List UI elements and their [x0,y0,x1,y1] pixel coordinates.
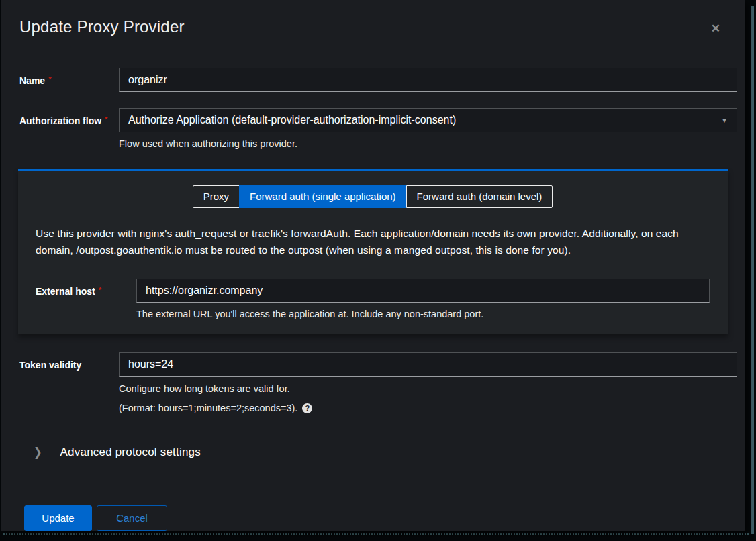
name-label: Name* [19,68,119,86]
tab-proxy[interactable]: Proxy [193,185,240,208]
token-validity-help: Configure how long tokens are valid for. [119,383,737,396]
page-edge-right [751,6,754,534]
authorization-flow-help: Flow used when authorizing this provider… [119,138,737,151]
help-icon[interactable]: ? [302,403,312,413]
proxy-mode-tab-group: Proxy Forward auth (single application) … [36,185,710,208]
tab-forward-auth-single-application[interactable]: Forward auth (single application) [239,185,407,208]
external-host-row: External host* The external URL you'll a… [36,279,710,322]
modal-footer: Update Cancel [24,505,745,531]
external-host-help: The external URL you'll access the appli… [136,308,710,322]
proxy-mode-card: Proxy Forward auth (single application) … [18,169,728,335]
required-asterisk: * [48,75,51,83]
required-asterisk: * [99,286,101,294]
tab-forward-auth-domain-level[interactable]: Forward auth (domain level) [406,185,553,208]
modal-header: Update Proxy Provider ✕ [1,0,745,36]
advanced-protocol-settings-toggle[interactable]: ❯ Advanced protocol settings [34,446,745,459]
update-button[interactable]: Update [24,505,92,531]
required-asterisk: * [105,115,107,124]
modal-title: Update Proxy Provider [19,17,185,36]
close-icon[interactable]: ✕ [711,23,720,34]
name-input[interactable] [119,68,737,92]
token-validity-input[interactable] [119,352,737,377]
chevron-down-icon: ▼ [721,117,728,124]
authorization-flow-selected-value: Authorize Application (default-provider-… [128,114,456,126]
token-validity-format-help: (Format: hours=1;minutes=2;seconds=3). ? [119,402,737,415]
mode-description: Use this provider with nginx's auth_requ… [36,225,710,259]
advanced-protocol-settings-label: Advanced protocol settings [60,446,201,459]
name-row: Name* [1,68,745,92]
chevron-right-icon: ❯ [34,446,42,460]
external-host-label: External host* [36,279,136,297]
page-edge-bottom [3,533,749,535]
external-host-input[interactable] [136,279,710,303]
authorization-flow-row: Authorization flow* Authorize Applicatio… [1,108,745,151]
token-validity-row: Token validity Configure how long tokens… [1,352,745,415]
token-validity-label: Token validity [19,352,119,371]
update-proxy-provider-modal: Update Proxy Provider ✕ Name* Authorizat… [1,0,745,531]
cancel-button[interactable]: Cancel [97,505,167,531]
authorization-flow-label: Authorization flow* [19,108,119,126]
authorization-flow-select[interactable]: Authorize Application (default-provider-… [119,108,737,132]
